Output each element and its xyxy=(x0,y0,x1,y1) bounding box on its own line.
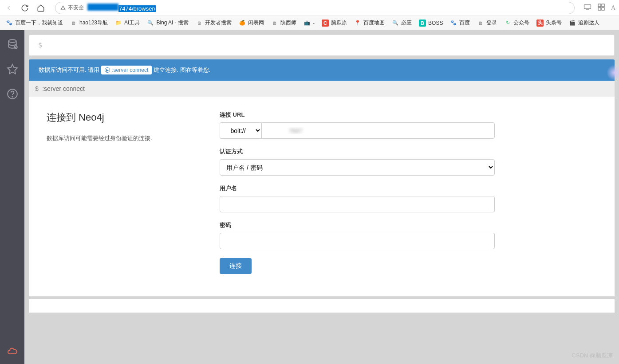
prompt-symbol: $ xyxy=(38,41,42,49)
cmd-prompt: $ xyxy=(35,85,39,92)
glow-decoration xyxy=(607,65,619,81)
security-label: 不安全 xyxy=(68,4,84,12)
bookmark-item[interactable]: 🗎开发者搜索 xyxy=(193,17,235,28)
toolbar-right: A xyxy=(584,4,615,12)
bookmark-item[interactable]: 🔍Bing AI - 搜索 xyxy=(144,17,192,28)
bookmark-icon: 🗎 xyxy=(271,20,278,27)
bookmark-icon: ↻ xyxy=(504,20,511,27)
bookmark-icon: 🍊 xyxy=(239,20,246,27)
bookmark-label: 头条号 xyxy=(546,19,562,27)
bookmark-item[interactable]: 🍊闲表网 xyxy=(236,17,267,28)
svg-point-5 xyxy=(8,39,16,43)
auth-type-select[interactable]: 用户名 / 密码 xyxy=(220,159,495,176)
svg-point-8 xyxy=(12,96,13,97)
auth-type-label: 认证方式 xyxy=(220,148,495,156)
bookmark-icon: C xyxy=(322,20,329,27)
bookmark-icon: 🔍 xyxy=(147,20,154,27)
url-host-blurred xyxy=(87,4,118,11)
bookmark-icon: 🔍 xyxy=(392,20,399,27)
bookmark-item[interactable]: 🗎陕西师 xyxy=(268,17,300,28)
password-label: 密码 xyxy=(220,221,495,229)
protocol-select[interactable]: bolt:// xyxy=(220,122,261,139)
bookmark-icon: 🗎 xyxy=(196,20,203,27)
bookmark-item[interactable]: 📺- xyxy=(300,18,318,28)
form-heading: 连接到 Neo4j xyxy=(47,111,184,124)
info-banner: 数据库访问不可用. 请用 ▶ :server connect 建立连接. 图在等… xyxy=(29,59,615,81)
play-icon: ▶ xyxy=(105,67,110,73)
address-bar[interactable]: 不安全 7474/browser/ xyxy=(55,2,575,14)
connect-url-group: 连接 URL bolt:// xyxy=(220,111,495,139)
sidebar xyxy=(0,30,24,364)
username-input[interactable] xyxy=(220,196,495,212)
bookmark-icon: B xyxy=(419,20,426,27)
bookmark-item[interactable]: 🐾百度一下，我就知道 xyxy=(3,17,66,28)
bookmark-label: 陕西师 xyxy=(280,19,296,27)
bookmark-icon: 头 xyxy=(536,20,544,27)
bookmark-item[interactable]: 🎬追剧达人 xyxy=(566,17,603,28)
bookmark-label: 开发者搜索 xyxy=(205,19,232,27)
home-button[interactable] xyxy=(35,3,46,13)
password-group: 密码 xyxy=(220,221,495,249)
banner-code-button[interactable]: ▶ :server connect xyxy=(101,66,152,74)
bookmark-icon: 📁 xyxy=(115,20,122,27)
bookmark-icon: 📍 xyxy=(354,20,361,27)
back-button[interactable] xyxy=(4,3,14,13)
svg-rect-1 xyxy=(598,4,601,7)
bookmark-icon: 🎬 xyxy=(569,20,576,27)
url-path: 7474/browser/ xyxy=(118,5,156,12)
bookmark-item[interactable]: C脑瓜凉 xyxy=(319,17,350,28)
bookmark-item[interactable]: 🐾百度 xyxy=(447,17,473,28)
connect-url-label: 连接 URL xyxy=(220,111,495,119)
bookmark-label: 百度一下，我就知道 xyxy=(15,19,63,27)
bookmark-item[interactable]: 🗎登录 xyxy=(474,17,500,28)
url-text: 7474/browser/ xyxy=(87,4,156,12)
bookmarks-bar: 🐾百度一下，我就知道🗎hao123导航📁AI工具🔍Bing AI - 搜索🗎开发… xyxy=(0,16,619,30)
device-icon[interactable] xyxy=(584,4,591,12)
svg-rect-2 xyxy=(602,4,604,7)
svg-rect-3 xyxy=(598,8,601,10)
browser-toolbar: 不安全 7474/browser/ A xyxy=(0,0,619,16)
connect-button[interactable]: 连接 xyxy=(220,258,252,274)
bookmark-icon: 🗎 xyxy=(70,20,77,27)
bookmark-icon: 🗎 xyxy=(477,20,484,27)
bookmark-item[interactable]: 📍百度地图 xyxy=(351,17,388,28)
password-input[interactable] xyxy=(220,233,495,249)
bookmark-label: 闲表网 xyxy=(248,19,264,27)
bookmark-icon: 🐾 xyxy=(6,20,13,27)
bookmark-item[interactable]: ↻公众号 xyxy=(501,17,532,28)
bookmark-item[interactable]: 🔍必应 xyxy=(389,17,415,28)
bookmark-label: Bing AI - 搜索 xyxy=(156,19,189,27)
bookmark-label: 追剧达人 xyxy=(578,19,599,27)
cmd-text: :server connect xyxy=(42,85,85,92)
bookmark-label: 百度 xyxy=(459,19,470,27)
host-input[interactable] xyxy=(261,122,495,139)
database-icon[interactable] xyxy=(6,38,19,51)
bookmark-icon: 📺 xyxy=(304,20,311,27)
banner-code-text: :server connect xyxy=(112,67,148,73)
refresh-button[interactable] xyxy=(20,3,30,13)
profile-letter[interactable]: A xyxy=(611,4,615,12)
bookmark-label: BOSS xyxy=(428,20,443,26)
form-right: 连接 URL bolt:// 认证方式 用户名 / 密码 用户名 xyxy=(220,111,495,274)
command-input-bar[interactable]: $ xyxy=(29,35,615,56)
username-group: 用户名 xyxy=(220,184,495,212)
cloud-status-icon[interactable] xyxy=(7,348,18,357)
banner-text-before: 数据库访问不可用. 请用 xyxy=(39,66,99,74)
form-description: 数据库访问可能需要经过身份验证的连接. xyxy=(47,134,184,143)
bookmark-label: 登录 xyxy=(486,19,497,27)
bookmark-label: 百度地图 xyxy=(363,19,385,27)
bookmark-item[interactable]: 头头条号 xyxy=(533,17,565,28)
svg-rect-0 xyxy=(584,5,591,9)
bookmark-label: 公众号 xyxy=(513,19,529,27)
form-left: 连接到 Neo4j 数据库访问可能需要经过身份验证的连接. xyxy=(47,111,184,274)
command-header: $ :server connect xyxy=(29,81,615,97)
bookmark-label: - xyxy=(313,20,315,26)
favorites-icon[interactable] xyxy=(6,63,19,75)
bookmark-label: 必应 xyxy=(401,19,412,27)
bookmark-item[interactable]: 📁AI工具 xyxy=(112,17,143,28)
connect-form-panel: 连接到 Neo4j 数据库访问可能需要经过身份验证的连接. 连接 URL bol… xyxy=(29,97,615,297)
help-icon[interactable] xyxy=(6,88,19,100)
extensions-icon[interactable] xyxy=(598,4,605,12)
bookmark-item[interactable]: 🗎hao123导航 xyxy=(67,17,111,28)
bookmark-item[interactable]: BBOSS xyxy=(416,18,446,28)
